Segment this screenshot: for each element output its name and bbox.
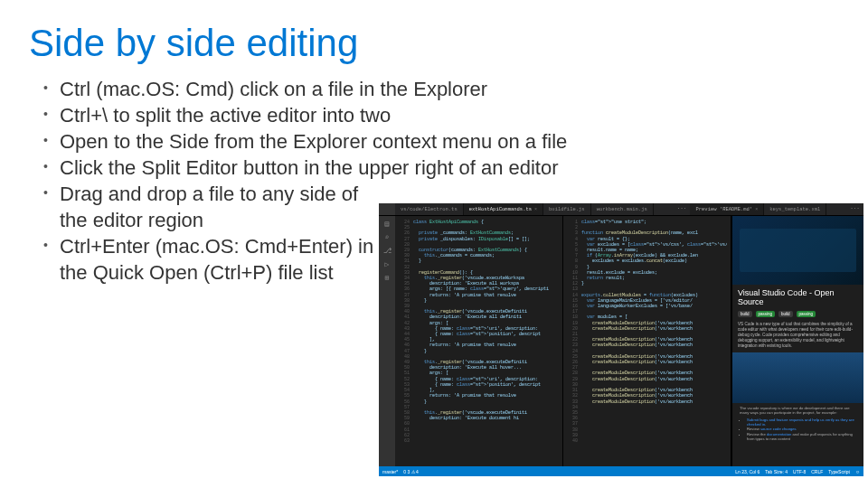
close-icon[interactable]: × [534,207,537,212]
list-item: Click the Split Editor button in the upp… [43,155,839,181]
status-branch[interactable]: master* [382,469,398,474]
activity-bar: ▤ ⌕ ⎇ ▷ ⊞ [379,216,395,466]
code-content[interactable]: class="st">"use strict"; function create… [581,220,727,463]
build-badges: buildpassing buildpassing [732,309,863,319]
preview-hero-image [732,216,863,285]
status-feedback-icon[interactable]: ☺ [855,469,860,474]
overflow-icon[interactable]: ··· [846,203,863,215]
preview-heading: Visual Studio Code - Open Source [732,285,863,309]
preview-text: The vscode repository is where we do dev… [740,406,850,415]
scm-icon[interactable]: ⎇ [383,247,392,255]
preview-link[interactable]: Submit bugs and feature requests and hel… [747,418,854,427]
tab-label: vs/code/Electron.ts [401,206,458,212]
tab-inactive[interactable]: workbench.main.js [591,203,654,215]
editor-pane-middle[interactable]: 1 2 3 4 5 6 7 8 9 10 11 12 13 14 15 16 1… [563,216,731,466]
badge-label: build [778,311,793,317]
tab-inactive[interactable]: vs/code/Electron.ts [395,203,464,215]
status-encoding[interactable]: UTF-8 [793,469,806,474]
status-cursor[interactable]: Ln 23, Col 6 [735,469,760,474]
list-item: Ctrl+\ to split the active editor into t… [43,102,839,128]
tab-inactive[interactable]: buildfile.js [543,203,591,215]
overflow-icon[interactable]: ··· [674,203,691,215]
list-item: Ctrl+Enter (mac.OS: Cmd+Enter) in the Qu… [43,233,387,286]
tab-bar: vs/code/Electron.ts extHostApiCommands.t… [379,203,863,216]
preview-list-item: Submit bugs and feature requests and hel… [747,418,856,427]
vscode-screenshot: vs/code/Electron.ts extHostApiCommands.t… [379,203,863,476]
list-item: Open to the Side from the Explorer conte… [43,128,839,155]
tab-label: extHostApiCommands.ts [469,206,532,212]
badge-label: build [738,311,752,317]
preview-paragraph: VS Code is a new type of tool that combi… [732,319,863,352]
tab-label: keys_template.xml [769,206,820,212]
code-content[interactable]: class ExtHostApiCommands { private _comm… [413,220,559,463]
status-problems[interactable]: 0 3 ⚠ 4 [403,469,419,474]
preview-paragraph: The vscode repository is where we do dev… [732,406,863,442]
tab-inactive[interactable]: keys_template.xml [764,203,826,215]
preview-link[interactable]: documentation [767,432,791,436]
badge-status: passing [797,311,816,317]
tab-preview[interactable]: Preview 'README.md' × [690,203,764,215]
activity-bar-stub [379,203,395,215]
status-indent[interactable]: Tab Size: 4 [765,469,788,474]
status-language[interactable]: TypeScript [828,469,850,474]
list-item: Drag and drop a file to any side of the … [43,181,387,233]
preview-list-item: Review the documentation and make pull r… [747,432,856,442]
list-item: Ctrl (mac.OS: Cmd) click on a file in th… [43,76,839,102]
markdown-preview-pane[interactable]: Visual Studio Code - Open Source buildpa… [731,216,863,466]
line-gutter: 1 2 3 4 5 6 7 8 9 10 11 12 13 14 15 16 1… [567,220,578,463]
close-icon[interactable]: × [755,207,758,212]
preview-link[interactable]: source code changes [760,427,797,431]
explorer-icon[interactable]: ▤ [385,220,390,228]
tab-active[interactable]: extHostApiCommands.ts × [464,203,543,215]
status-eol[interactable]: CRLF [811,469,823,474]
editor-pane-left[interactable]: 24 25 26 27 28 29 30 31 32 33 34 35 36 3… [395,216,563,466]
line-gutter: 24 25 26 27 28 29 30 31 32 33 34 35 36 3… [399,220,410,463]
tab-label: workbench.main.js [597,206,647,212]
tab-label: buildfile.js [549,206,585,212]
search-icon[interactable]: ⌕ [385,233,390,241]
debug-icon[interactable]: ▷ [385,260,390,268]
tab-label: Preview 'README.md' [695,206,752,212]
status-bar: master* 0 3 ⚠ 4 Ln 23, Col 6 Tab Size: 4… [379,466,863,476]
preview-screenshot-image [732,352,863,403]
extensions-icon[interactable]: ⊞ [385,274,390,282]
badge-status: passing [756,311,776,317]
slide-title: Side by side editing [0,0,868,76]
